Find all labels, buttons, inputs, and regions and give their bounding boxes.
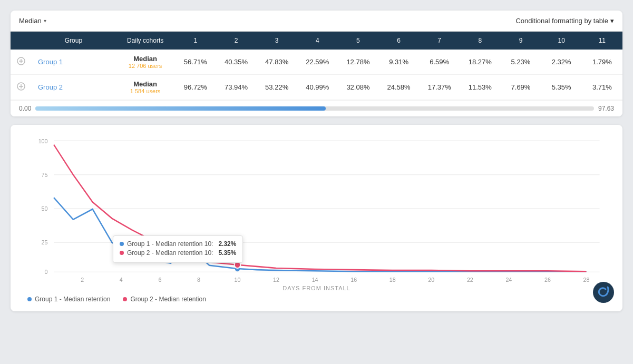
group-link-1[interactable]: Group 2 <box>38 83 63 91</box>
metric-cell-0: Median12 706 users <box>115 50 175 75</box>
svg-text:24: 24 <box>505 277 512 283</box>
col-header-10: 10 <box>541 32 582 50</box>
median-chevron-icon: ▾ <box>44 18 46 24</box>
group-header: Group <box>32 32 115 50</box>
svg-text:50: 50 <box>42 205 48 212</box>
group2-line <box>54 145 586 272</box>
table-row: Group 1Median12 706 users56.71%40.35%47.… <box>11 50 622 75</box>
cell-row0-col1: 40.35% <box>216 50 256 75</box>
col-header-11: 11 <box>582 32 622 50</box>
col-header-5: 5 <box>338 32 378 50</box>
cell-row0-col10: 1.79% <box>582 50 622 75</box>
cell-row0-col7: 18.27% <box>460 50 500 75</box>
legend-label-group2: Group 2 - Median retention <box>130 296 206 303</box>
conditional-format-chevron-icon: ▾ <box>610 17 614 25</box>
cohort-table: Group Daily cohorts 1 2 3 4 5 6 7 8 9 10… <box>11 32 622 100</box>
col-header-8: 8 <box>460 32 500 50</box>
col-header-9: 9 <box>500 32 541 50</box>
metric-label-0: Median <box>120 55 171 63</box>
svg-text:75: 75 <box>42 171 48 178</box>
table-card: Median ▾ Conditional formatting by table… <box>11 11 622 116</box>
legend-label-group1: Group 1 - Median retention <box>35 296 110 303</box>
col-header-2: 2 <box>216 32 256 50</box>
median-dropdown[interactable]: Median ▾ <box>19 17 46 25</box>
scroll-right-label: 97.63 <box>598 105 614 112</box>
expand-header <box>11 32 32 50</box>
svg-text:28: 28 <box>583 277 590 283</box>
cell-row0-col6: 6.59% <box>419 50 460 75</box>
svg-text:26: 26 <box>544 277 551 283</box>
scroll-left-label: 0.00 <box>19 105 31 112</box>
svg-text:6: 6 <box>158 277 161 283</box>
cell-row1-col1: 73.94% <box>216 75 256 100</box>
cell-row1-col3: 40.99% <box>297 75 338 100</box>
cell-row1-col7: 11.53% <box>460 75 500 100</box>
x-axis-label: DAYS FROM INSTALL <box>23 285 610 291</box>
legend-item-group2: Group 2 - Median retention <box>123 296 206 303</box>
cell-row1-col5: 24.58% <box>378 75 419 100</box>
svg-text:22: 22 <box>467 277 473 283</box>
cell-row1-col9: 5.35% <box>541 75 582 100</box>
col-header-6: 6 <box>378 32 419 50</box>
logo-icon <box>593 282 614 303</box>
svg-text:8: 8 <box>197 277 200 283</box>
chart-svg: 100 75 50 25 0 2 4 6 8 10 12 14 16 18 20… <box>23 135 610 283</box>
cell-row0-col3: 22.59% <box>297 50 338 75</box>
svg-text:100: 100 <box>38 137 48 144</box>
metric-label-1: Median <box>120 80 171 88</box>
scroll-thumb <box>35 106 326 111</box>
svg-text:10: 10 <box>235 277 241 283</box>
cell-row1-col10: 3.71% <box>582 75 622 100</box>
scroll-track[interactable] <box>35 106 594 111</box>
table-row: Group 2Median1 584 users96.72%73.94%53.2… <box>11 75 622 100</box>
cell-row1-col2: 53.22% <box>257 75 297 100</box>
chart-card: Group 1 - Median retention 10: 2.32% Gro… <box>11 125 622 311</box>
table-container: Group Daily cohorts 1 2 3 4 5 6 7 8 9 10… <box>11 32 622 100</box>
cell-row0-col9: 2.32% <box>541 50 582 75</box>
cell-row0-col4: 12.78% <box>338 50 378 75</box>
svg-text:0: 0 <box>45 269 48 275</box>
legend-dot-group1 <box>27 297 32 301</box>
cell-row1-col8: 7.69% <box>500 75 541 100</box>
chart-legend: Group 1 - Median retention Group 2 - Med… <box>23 296 610 303</box>
chart-area: Group 1 - Median retention 10: 2.32% Gro… <box>23 135 610 283</box>
group-name-1: Group 2 <box>32 75 115 100</box>
expand-button[interactable] <box>11 75 32 100</box>
cell-row0-col2: 47.83% <box>257 50 297 75</box>
cell-row0-col5: 9.31% <box>378 50 419 75</box>
conditional-format-label: Conditional formatting by table <box>515 17 608 25</box>
svg-text:4: 4 <box>120 277 123 283</box>
legend-item-group1: Group 1 - Median retention <box>27 296 110 303</box>
col-header-1: 1 <box>175 32 216 50</box>
logo-area <box>593 282 614 303</box>
metric-users-1: 1 584 users <box>120 88 171 94</box>
median-label: Median <box>19 17 42 25</box>
group-link-0[interactable]: Group 1 <box>38 58 63 66</box>
svg-text:14: 14 <box>312 277 318 283</box>
legend-dot-group2 <box>123 297 127 301</box>
cell-row1-col0: 96.72% <box>175 75 216 100</box>
cell-row1-col6: 17.37% <box>419 75 460 100</box>
svg-text:2: 2 <box>81 277 84 283</box>
svg-text:12: 12 <box>273 277 279 283</box>
group-name-0: Group 1 <box>32 50 115 75</box>
col-header-7: 7 <box>419 32 460 50</box>
svg-text:25: 25 <box>42 239 48 245</box>
col-header-3: 3 <box>257 32 297 50</box>
expand-button[interactable] <box>11 50 32 75</box>
conditional-format-dropdown[interactable]: Conditional formatting by table ▾ <box>515 17 614 25</box>
col-header-4: 4 <box>297 32 338 50</box>
cell-row0-col0: 56.71% <box>175 50 216 75</box>
metric-cell-1: Median1 584 users <box>115 75 175 100</box>
svg-text:18: 18 <box>389 277 396 283</box>
svg-text:20: 20 <box>428 277 434 283</box>
group2-point-10 <box>235 262 241 268</box>
daily-cohorts-header: Daily cohorts <box>115 32 175 50</box>
cell-row1-col4: 32.08% <box>338 75 378 100</box>
cell-row0-col8: 5.23% <box>500 50 541 75</box>
scroll-area: 0.00 97.63 <box>11 100 622 116</box>
svg-text:16: 16 <box>350 277 357 283</box>
table-topbar: Median ▾ Conditional formatting by table… <box>11 11 622 32</box>
metric-users-0: 12 706 users <box>120 63 171 69</box>
